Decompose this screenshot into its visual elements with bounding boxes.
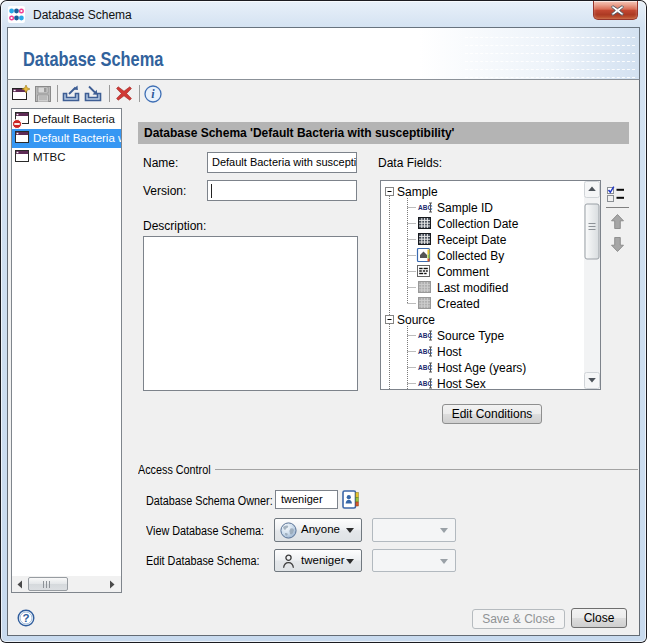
svg-text:?: ? (22, 612, 29, 624)
